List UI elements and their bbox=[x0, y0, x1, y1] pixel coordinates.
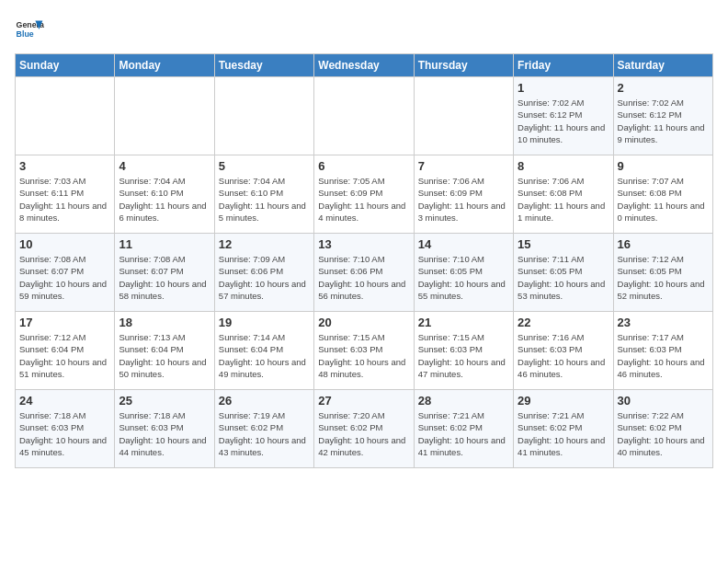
calendar-cell bbox=[16, 77, 115, 155]
day-detail: Sunrise: 7:05 AM Sunset: 6:09 PM Dayligh… bbox=[318, 175, 409, 224]
day-number: 11 bbox=[119, 237, 210, 251]
day-detail: Sunrise: 7:02 AM Sunset: 6:12 PM Dayligh… bbox=[518, 97, 609, 145]
calendar-cell: 8Sunrise: 7:06 AM Sunset: 6:08 PM Daylig… bbox=[514, 155, 613, 234]
day-detail: Sunrise: 7:12 AM Sunset: 6:05 PM Dayligh… bbox=[618, 253, 709, 302]
day-detail: Sunrise: 7:10 AM Sunset: 6:05 PM Dayligh… bbox=[418, 253, 509, 302]
day-number: 13 bbox=[318, 237, 409, 251]
day-detail: Sunrise: 7:12 AM Sunset: 6:04 PM Dayligh… bbox=[19, 331, 110, 380]
day-detail: Sunrise: 7:13 AM Sunset: 6:04 PM Dayligh… bbox=[119, 331, 210, 380]
day-detail: Sunrise: 7:21 AM Sunset: 6:02 PM Dayligh… bbox=[518, 409, 609, 458]
calendar-cell: 28Sunrise: 7:21 AM Sunset: 6:02 PM Dayli… bbox=[414, 390, 513, 468]
day-detail: Sunrise: 7:02 AM Sunset: 6:12 PM Dayligh… bbox=[618, 97, 709, 145]
day-detail: Sunrise: 7:03 AM Sunset: 6:11 PM Dayligh… bbox=[19, 175, 110, 224]
calendar-cell bbox=[314, 77, 414, 155]
weekday-header-saturday: Saturday bbox=[613, 54, 712, 77]
weekday-header-sunday: Sunday bbox=[16, 54, 115, 77]
calendar-cell: 24Sunrise: 7:18 AM Sunset: 6:03 PM Dayli… bbox=[16, 390, 115, 468]
day-detail: Sunrise: 7:07 AM Sunset: 6:08 PM Dayligh… bbox=[618, 175, 709, 224]
weekday-header-row: SundayMondayTuesdayWednesdayThursdayFrid… bbox=[16, 54, 713, 77]
weekday-header-wednesday: Wednesday bbox=[314, 54, 414, 77]
calendar-cell: 21Sunrise: 7:15 AM Sunset: 6:03 PM Dayli… bbox=[414, 312, 513, 390]
day-number: 12 bbox=[219, 237, 310, 251]
day-number: 19 bbox=[219, 316, 310, 329]
calendar-cell: 10Sunrise: 7:08 AM Sunset: 6:07 PM Dayli… bbox=[16, 234, 115, 312]
weekday-header-thursday: Thursday bbox=[414, 54, 513, 77]
day-number: 1 bbox=[518, 81, 609, 95]
day-detail: Sunrise: 7:10 AM Sunset: 6:06 PM Dayligh… bbox=[318, 253, 409, 302]
calendar-cell: 2Sunrise: 7:02 AM Sunset: 6:12 PM Daylig… bbox=[613, 77, 712, 155]
day-number: 24 bbox=[19, 394, 110, 408]
calendar-week-1: 1Sunrise: 7:02 AM Sunset: 6:12 PM Daylig… bbox=[16, 77, 713, 155]
day-number: 21 bbox=[418, 316, 509, 329]
calendar-cell: 30Sunrise: 7:22 AM Sunset: 6:02 PM Dayli… bbox=[613, 390, 712, 468]
calendar-cell: 16Sunrise: 7:12 AM Sunset: 6:05 PM Dayli… bbox=[613, 234, 712, 312]
calendar-week-4: 17Sunrise: 7:12 AM Sunset: 6:04 PM Dayli… bbox=[16, 312, 713, 390]
day-number: 23 bbox=[618, 316, 709, 329]
day-detail: Sunrise: 7:06 AM Sunset: 6:09 PM Dayligh… bbox=[418, 175, 509, 224]
day-detail: Sunrise: 7:14 AM Sunset: 6:04 PM Dayligh… bbox=[219, 331, 310, 380]
calendar-cell: 17Sunrise: 7:12 AM Sunset: 6:04 PM Dayli… bbox=[16, 312, 115, 390]
calendar-cell: 20Sunrise: 7:15 AM Sunset: 6:03 PM Dayli… bbox=[314, 312, 414, 390]
day-detail: Sunrise: 7:19 AM Sunset: 6:02 PM Dayligh… bbox=[219, 409, 310, 458]
day-number: 25 bbox=[119, 394, 210, 408]
calendar-cell: 5Sunrise: 7:04 AM Sunset: 6:10 PM Daylig… bbox=[214, 155, 313, 234]
calendar-cell: 25Sunrise: 7:18 AM Sunset: 6:03 PM Dayli… bbox=[115, 390, 214, 468]
calendar-week-2: 3Sunrise: 7:03 AM Sunset: 6:11 PM Daylig… bbox=[16, 155, 713, 234]
svg-text:Blue: Blue bbox=[17, 29, 34, 39]
calendar-cell: 22Sunrise: 7:16 AM Sunset: 6:03 PM Dayli… bbox=[514, 312, 613, 390]
day-number: 8 bbox=[518, 159, 609, 173]
day-number: 28 bbox=[418, 394, 509, 408]
calendar-cell: 18Sunrise: 7:13 AM Sunset: 6:04 PM Dayli… bbox=[115, 312, 214, 390]
day-number: 18 bbox=[119, 316, 210, 329]
day-detail: Sunrise: 7:18 AM Sunset: 6:03 PM Dayligh… bbox=[119, 409, 210, 458]
calendar-cell bbox=[414, 77, 513, 155]
calendar-cell bbox=[214, 77, 313, 155]
calendar-cell: 6Sunrise: 7:05 AM Sunset: 6:09 PM Daylig… bbox=[314, 155, 414, 234]
day-number: 17 bbox=[19, 316, 110, 329]
page-header: General Blue bbox=[15, 15, 713, 44]
calendar-week-5: 24Sunrise: 7:18 AM Sunset: 6:03 PM Dayli… bbox=[16, 390, 713, 468]
day-detail: Sunrise: 7:22 AM Sunset: 6:02 PM Dayligh… bbox=[618, 409, 709, 458]
calendar-cell: 13Sunrise: 7:10 AM Sunset: 6:06 PM Dayli… bbox=[314, 234, 414, 312]
day-number: 3 bbox=[19, 159, 110, 173]
calendar-cell: 26Sunrise: 7:19 AM Sunset: 6:02 PM Dayli… bbox=[214, 390, 313, 468]
day-number: 16 bbox=[618, 237, 709, 251]
day-detail: Sunrise: 7:18 AM Sunset: 6:03 PM Dayligh… bbox=[19, 409, 110, 458]
day-number: 27 bbox=[318, 394, 409, 408]
calendar-week-3: 10Sunrise: 7:08 AM Sunset: 6:07 PM Dayli… bbox=[16, 234, 713, 312]
calendar-cell: 14Sunrise: 7:10 AM Sunset: 6:05 PM Dayli… bbox=[414, 234, 513, 312]
calendar-cell bbox=[115, 77, 214, 155]
calendar-cell: 11Sunrise: 7:08 AM Sunset: 6:07 PM Dayli… bbox=[115, 234, 214, 312]
day-detail: Sunrise: 7:11 AM Sunset: 6:05 PM Dayligh… bbox=[518, 253, 609, 302]
calendar-cell: 1Sunrise: 7:02 AM Sunset: 6:12 PM Daylig… bbox=[514, 77, 613, 155]
calendar-cell: 27Sunrise: 7:20 AM Sunset: 6:02 PM Dayli… bbox=[314, 390, 414, 468]
calendar-table: SundayMondayTuesdayWednesdayThursdayFrid… bbox=[15, 53, 713, 468]
day-number: 26 bbox=[219, 394, 310, 408]
calendar-cell: 15Sunrise: 7:11 AM Sunset: 6:05 PM Dayli… bbox=[514, 234, 613, 312]
day-detail: Sunrise: 7:16 AM Sunset: 6:03 PM Dayligh… bbox=[518, 331, 609, 380]
day-detail: Sunrise: 7:09 AM Sunset: 6:06 PM Dayligh… bbox=[219, 253, 310, 302]
day-detail: Sunrise: 7:21 AM Sunset: 6:02 PM Dayligh… bbox=[418, 409, 509, 458]
day-detail: Sunrise: 7:17 AM Sunset: 6:03 PM Dayligh… bbox=[618, 331, 709, 380]
day-number: 14 bbox=[418, 237, 509, 251]
weekday-header-friday: Friday bbox=[514, 54, 613, 77]
weekday-header-monday: Monday bbox=[115, 54, 214, 77]
calendar-cell: 3Sunrise: 7:03 AM Sunset: 6:11 PM Daylig… bbox=[16, 155, 115, 234]
day-number: 6 bbox=[318, 159, 409, 173]
day-number: 20 bbox=[318, 316, 409, 329]
day-number: 30 bbox=[618, 394, 709, 408]
day-detail: Sunrise: 7:08 AM Sunset: 6:07 PM Dayligh… bbox=[119, 253, 210, 302]
day-number: 29 bbox=[518, 394, 609, 408]
calendar-cell: 4Sunrise: 7:04 AM Sunset: 6:10 PM Daylig… bbox=[115, 155, 214, 234]
day-detail: Sunrise: 7:20 AM Sunset: 6:02 PM Dayligh… bbox=[318, 409, 409, 458]
day-number: 7 bbox=[418, 159, 509, 173]
day-detail: Sunrise: 7:08 AM Sunset: 6:07 PM Dayligh… bbox=[19, 253, 110, 302]
day-detail: Sunrise: 7:15 AM Sunset: 6:03 PM Dayligh… bbox=[418, 331, 509, 380]
calendar-cell: 7Sunrise: 7:06 AM Sunset: 6:09 PM Daylig… bbox=[414, 155, 513, 234]
day-number: 22 bbox=[518, 316, 609, 329]
day-number: 9 bbox=[618, 159, 709, 173]
logo-icon: General Blue bbox=[15, 15, 44, 44]
day-number: 10 bbox=[19, 237, 110, 251]
day-number: 4 bbox=[119, 159, 210, 173]
weekday-header-tuesday: Tuesday bbox=[214, 54, 313, 77]
